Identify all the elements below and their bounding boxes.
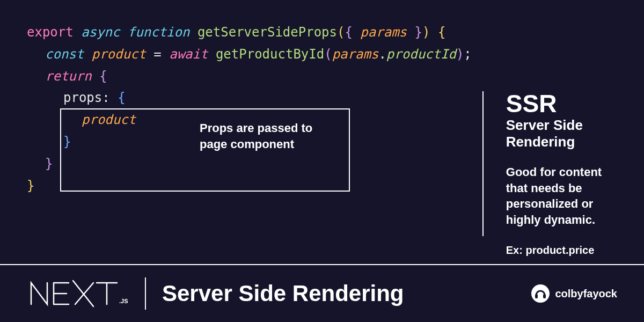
credit: colbyfayock [531,284,617,303]
info-description: Good for content that needs be personali… [506,164,617,228]
svg-text:.JS: .JS [119,298,128,304]
code-line-2: const product = await getProductById(par… [27,43,472,65]
code-line-8: } [27,175,472,197]
code-block: export async function getServerSideProps… [27,21,472,258]
code-line-4: props: { [27,87,472,109]
svg-rect-1 [535,294,538,298]
headphones-icon [531,284,550,303]
info-subtitle: Server Side Rendering [506,117,617,150]
info-example: Ex: product.price [506,244,617,257]
annotation-text: Props are passed to page component [200,120,339,152]
code-line-7: } [27,153,472,175]
info-panel: SSR Server Side Rendering Good for conte… [482,91,617,236]
footer-bar: .JS Server Side Rendering colbyfayock [0,264,644,322]
main-content: export async function getServerSideProps… [0,0,644,258]
code-line-1: export async function getServerSideProps… [27,21,472,43]
nextjs-logo-icon: .JS [27,276,129,311]
code-line-3: return { [27,65,472,87]
footer-title: Server Side Rendering [162,281,404,306]
nextjs-logo: .JS [27,276,129,311]
info-title: SSR [506,91,617,116]
svg-rect-2 [543,294,546,298]
footer-divider [145,277,146,310]
credit-text: colbyfayock [555,288,617,300]
